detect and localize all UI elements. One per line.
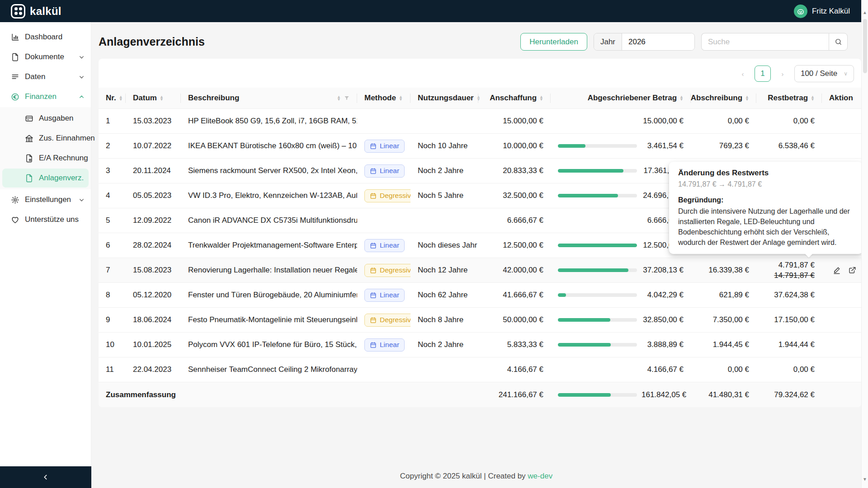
scrollbar-thumb[interactable]	[863, 19, 867, 73]
sidebar-item-unterstuetze-uns[interactable]: Unterstütze uns	[0, 210, 91, 229]
sidebar-item-daten[interactable]: Daten	[0, 67, 91, 86]
methode-badge: Linear	[364, 338, 405, 352]
cell-anschaffung: 6.666,67 €	[478, 216, 551, 225]
cell-nr: 3	[99, 166, 126, 175]
cell-methode: Degressiv	[357, 264, 410, 277]
table-row[interactable]: 715.08.2023Renovierung Lagerhalle: Insta…	[99, 258, 861, 283]
depreciation-progress-bar	[558, 393, 637, 397]
credit-card-icon	[25, 114, 33, 123]
search-button[interactable]	[829, 33, 848, 51]
page-number-button[interactable]: 1	[755, 66, 771, 82]
we-dev-link[interactable]: we-dev	[528, 472, 552, 480]
column-header-methode[interactable]: Methode▲▼	[357, 88, 410, 108]
sort-icon: ▲▼	[399, 95, 403, 101]
cell-aktion	[822, 266, 861, 274]
depreciation-progress-bar	[558, 318, 637, 322]
cell-datum: 10.07.2022	[126, 141, 181, 150]
cell-datum: 18.06.2024	[126, 315, 181, 324]
column-header-nr[interactable]: Nr.▲▼	[99, 88, 126, 108]
sidebar-item-finanzen[interactable]: Finanzen	[0, 87, 91, 106]
cell-beschreibung: Canon iR ADVANCE DX C5735i Multifunktion…	[181, 216, 357, 225]
cell-nutzungsdauer: Noch 62 Jahre	[410, 291, 478, 300]
chevron-down-icon: ∨	[844, 70, 848, 77]
logo-grid-icon	[11, 4, 25, 19]
column-header-abschreibung[interactable]: Abschreibung▲▼	[691, 88, 756, 108]
cell-anschaffung: 41.666,67 €	[478, 291, 551, 300]
next-page-button[interactable]: ›	[775, 66, 790, 81]
cell-anschaffung: 10.000,00 €	[478, 141, 551, 150]
cell-anschaffung: 12.500,00 €	[478, 241, 551, 250]
sidebar-item-ausgaben[interactable]: Ausgaben	[0, 109, 91, 128]
table-row[interactable]: 918.06.2024Festo Pneumatik-Montagelinie …	[99, 308, 861, 333]
edit-button[interactable]	[829, 266, 844, 274]
cell-abschreibung: 621,89 €	[691, 291, 756, 300]
page-size-select[interactable]: 100 / Seite ∨	[794, 65, 854, 82]
gear-icon	[11, 196, 19, 204]
cell-abschreibung: 769,23 €	[691, 141, 756, 150]
export-button[interactable]	[844, 266, 860, 274]
sort-icon: ▲▼	[337, 95, 341, 101]
sidebar-item-zus-einnahmen[interactable]: Zus. Einnahmen	[0, 129, 91, 148]
vertical-scrollbar[interactable]: ▲ ▼	[861, 0, 868, 488]
year-input[interactable]	[622, 33, 694, 50]
table-row[interactable]: 1122.04.2023Sennheiser TeamConnect Ceili…	[99, 357, 861, 382]
column-label: Beschreibung	[188, 94, 239, 103]
file-icon	[25, 174, 33, 183]
previous-page-button[interactable]: ‹	[736, 66, 750, 81]
copyright-text: Copyright © 2025 kalkül | Created by	[400, 472, 528, 480]
summary-abschreibung: 41.480,31 €	[691, 390, 756, 399]
search-input[interactable]	[701, 33, 829, 51]
search-icon	[835, 38, 842, 46]
cell-methode: Linear	[357, 239, 410, 252]
column-label: Nr.	[106, 94, 116, 103]
restwert-tooltip: Änderung des Restwerts 14.791,87 € → 4.7…	[669, 162, 863, 254]
download-button[interactable]: Herunterladen	[520, 33, 587, 51]
tooltip-title: Änderung des Restwerts	[678, 168, 854, 178]
cell-abgeschrieben: 32.850,00 €	[551, 315, 691, 324]
cell-methode: Degressiv	[357, 189, 410, 202]
table-row[interactable]: 1010.01.2025Polycom VVX 601 IP-Telefone …	[99, 333, 861, 357]
depreciation-progress-bar	[558, 343, 637, 347]
cell-anschaffung: 50.000,00 €	[478, 315, 551, 324]
column-label: Restbetrag	[768, 94, 808, 103]
scroll-down-arrow-icon[interactable]: ▼	[863, 477, 867, 482]
chevron-down-icon	[79, 54, 85, 60]
filter-icon[interactable]	[344, 95, 350, 101]
column-header-anschaffung[interactable]: Anschaffung▲▼	[478, 88, 551, 108]
face-icon	[797, 7, 805, 15]
app-logo[interactable]: kalkül	[11, 4, 61, 19]
scroll-up-arrow-icon[interactable]: ▲	[863, 10, 867, 15]
table-row[interactable]: 210.07.2022IKEA BEKANT Bürotische 160x80…	[99, 134, 861, 159]
tooltip-arrow	[805, 253, 813, 258]
cell-abschreibung: 0,00 €	[691, 117, 756, 126]
document-icon	[11, 53, 19, 61]
sidebar-item-dokumente[interactable]: Dokumente	[0, 47, 91, 66]
cell-methode: Degressiv	[357, 314, 410, 327]
sort-icon: ▲▼	[811, 95, 815, 101]
sidebar-item-label: Unterstütze uns	[25, 215, 85, 224]
table-row[interactable]: 115.03.2023HP EliteBook 850 G9, 15,6 Zol…	[99, 109, 861, 134]
sidebar-item-anlagenverz[interactable]: Anlagenverz.	[2, 169, 89, 188]
cell-datum: 05.05.2023	[126, 191, 181, 200]
main-content: Anlagenverzeichnis Herunterladen Jahr ‹ …	[91, 22, 861, 488]
cell-restbetrag: 0,00 €	[756, 365, 822, 374]
user-menu[interactable]: Fritz Kalkül	[794, 5, 850, 18]
cell-nr: 6	[99, 241, 126, 250]
cell-beschreibung: Trenkwalder Projektmanagement-Software E…	[181, 241, 357, 250]
sidebar-item-dashboard[interactable]: Dashboard	[0, 28, 91, 47]
cell-abschreibung: 1.944,45 €	[691, 340, 756, 349]
cell-nr: 8	[99, 291, 126, 300]
column-header-beschreibung[interactable]: Beschreibung▲▼	[181, 88, 357, 108]
column-header-abgeschrieben[interactable]: Abgeschriebener Betrag▲▼	[551, 88, 691, 108]
column-header-datum[interactable]: Datum▲▼	[126, 88, 181, 108]
cell-datum: 22.04.2023	[126, 365, 181, 374]
cell-beschreibung: HP EliteBook 850 G9, 15,6 Zoll, i7, 16GB…	[181, 117, 357, 126]
column-header-nutzungsdauer[interactable]: Nutzungsdauer▲▼	[410, 88, 478, 108]
sidebar-collapse-button[interactable]	[0, 466, 91, 488]
calendar-icon	[370, 342, 377, 348]
column-header-restbetrag[interactable]: Restbetrag▲▼	[756, 88, 822, 108]
table-row[interactable]: 805.12.2020Fenster und Türen Bürogebäude…	[99, 283, 861, 308]
sidebar-item-ea-rechnung[interactable]: E/A Rechnung	[0, 149, 91, 168]
depreciation-progress-bar	[558, 244, 637, 247]
sidebar-item-einstellungen[interactable]: Einstellungen	[0, 190, 91, 209]
